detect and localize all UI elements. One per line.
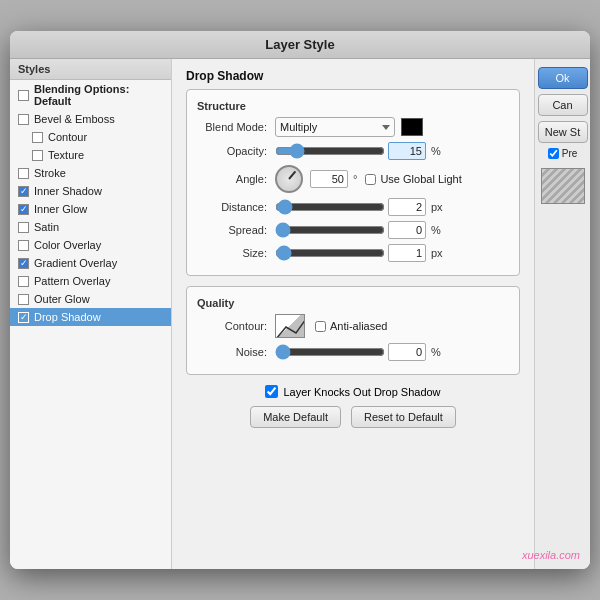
opacity-row: Opacity: 15 % [197, 142, 509, 160]
title-bar: Layer Style [10, 31, 590, 59]
blend-mode-select[interactable]: Multiply Normal Screen Overlay [275, 117, 395, 137]
knockout-row: Layer Knocks Out Drop Shadow [186, 385, 520, 398]
angle-input[interactable]: 50 [310, 170, 348, 188]
style-checkbox-1[interactable] [18, 114, 29, 125]
styles-panel-header: Styles [10, 59, 171, 80]
quality-section: Quality Contour: Anti-aliased [186, 286, 520, 375]
style-checkbox-4[interactable] [18, 168, 29, 179]
style-checkbox-10[interactable] [18, 276, 29, 287]
opacity-input[interactable]: 15 [388, 142, 426, 160]
noise-unit: % [431, 346, 441, 358]
use-global-light-text: Use Global Light [380, 173, 461, 185]
make-default-button[interactable]: Make Default [250, 406, 341, 428]
noise-label: Noise: [197, 346, 267, 358]
style-checkbox-6[interactable]: ✓ [18, 204, 29, 215]
style-item-8[interactable]: Color Overlay [10, 236, 171, 254]
opacity-label: Opacity: [197, 145, 267, 157]
drop-shadow-heading: Drop Shadow [186, 69, 520, 83]
style-checkbox-5[interactable]: ✓ [18, 186, 29, 197]
style-item-1[interactable]: Bevel & Emboss [10, 110, 171, 128]
blend-mode-label: Blend Mode: [197, 121, 267, 133]
bottom-buttons: Make Default Reset to Default [186, 406, 520, 428]
size-label: Size: [197, 247, 267, 259]
spread-unit: % [431, 224, 441, 236]
knockout-checkbox[interactable] [265, 385, 278, 398]
style-item-7[interactable]: Satin [10, 218, 171, 236]
structure-label: Structure [197, 100, 509, 112]
use-global-light-label[interactable]: Use Global Light [365, 173, 461, 185]
style-label-3: Texture [48, 149, 84, 161]
size-input[interactable]: 1 [388, 244, 426, 262]
style-label-6: Inner Glow [34, 203, 87, 215]
style-item-5[interactable]: ✓Inner Shadow [10, 182, 171, 200]
noise-row: Noise: 0 % [197, 343, 509, 361]
spread-label: Spread: [197, 224, 267, 236]
opacity-unit: % [431, 145, 441, 157]
style-item-0[interactable]: Blending Options: Default [10, 80, 171, 110]
opacity-slider[interactable] [275, 144, 385, 158]
preview-thumbnail [541, 168, 585, 204]
watermark: xuexila.com [522, 549, 580, 561]
noise-input[interactable]: 0 [388, 343, 426, 361]
contour-thumbnail[interactable] [275, 314, 305, 338]
preview-checkbox[interactable] [548, 148, 559, 159]
style-item-3[interactable]: Texture [10, 146, 171, 164]
style-checkbox-12[interactable]: ✓ [18, 312, 29, 323]
reset-default-button[interactable]: Reset to Default [351, 406, 456, 428]
cancel-button[interactable]: Can [538, 94, 588, 116]
style-item-10[interactable]: Pattern Overlay [10, 272, 171, 290]
style-item-2[interactable]: Contour [10, 128, 171, 146]
style-checkbox-2[interactable] [32, 132, 43, 143]
style-label-10: Pattern Overlay [34, 275, 110, 287]
distance-label: Distance: [197, 201, 267, 213]
style-item-12[interactable]: ✓Drop Shadow [10, 308, 171, 326]
style-label-7: Satin [34, 221, 59, 233]
dialog-title: Layer Style [265, 37, 334, 52]
style-checkbox-3[interactable] [32, 150, 43, 161]
style-checkbox-7[interactable] [18, 222, 29, 233]
angle-row: Angle: 50 ° Use Global Light [197, 165, 509, 193]
blend-mode-row: Blend Mode: Multiply Normal Screen Overl… [197, 117, 509, 137]
style-checkbox-11[interactable] [18, 294, 29, 305]
style-label-8: Color Overlay [34, 239, 101, 251]
style-item-11[interactable]: Outer Glow [10, 290, 171, 308]
style-label-2: Contour [48, 131, 87, 143]
structure-section: Structure Blend Mode: Multiply Normal Sc… [186, 89, 520, 276]
quality-label: Quality [197, 297, 509, 309]
distance-slider[interactable] [275, 200, 385, 214]
distance-input[interactable]: 2 [388, 198, 426, 216]
new-style-button[interactable]: New St [538, 121, 588, 143]
preview-checkbox-row: Pre [548, 148, 578, 159]
style-item-6[interactable]: ✓Inner Glow [10, 200, 171, 218]
anti-aliased-label[interactable]: Anti-aliased [315, 320, 387, 332]
styles-panel: Styles Blending Options: DefaultBevel & … [10, 59, 172, 569]
use-global-light-checkbox[interactable] [365, 174, 376, 185]
distance-unit: px [431, 201, 443, 213]
blend-color-swatch[interactable] [401, 118, 423, 136]
size-slider[interactable] [275, 246, 385, 260]
spread-slider[interactable] [275, 223, 385, 237]
style-item-9[interactable]: ✓Gradient Overlay [10, 254, 171, 272]
spread-row: Spread: 0 % [197, 221, 509, 239]
preview-label: Pre [562, 148, 578, 159]
style-checkbox-0[interactable] [18, 90, 29, 101]
spread-input[interactable]: 0 [388, 221, 426, 239]
noise-slider[interactable] [275, 345, 385, 359]
knockout-label: Layer Knocks Out Drop Shadow [283, 386, 440, 398]
style-checkbox-8[interactable] [18, 240, 29, 251]
style-label-12: Drop Shadow [34, 311, 101, 323]
angle-unit: ° [353, 173, 357, 185]
angle-dial[interactable] [275, 165, 303, 193]
ok-button[interactable]: Ok [538, 67, 588, 89]
style-label-0: Blending Options: Default [34, 83, 163, 107]
distance-row: Distance: 2 px [197, 198, 509, 216]
anti-aliased-checkbox[interactable] [315, 321, 326, 332]
right-panel: Ok Can New St Pre [534, 59, 590, 569]
style-item-4[interactable]: Stroke [10, 164, 171, 182]
style-label-11: Outer Glow [34, 293, 90, 305]
contour-row: Contour: Anti-aliased [197, 314, 509, 338]
angle-label: Angle: [197, 173, 267, 185]
size-unit: px [431, 247, 443, 259]
contour-label: Contour: [197, 320, 267, 332]
style-checkbox-9[interactable]: ✓ [18, 258, 29, 269]
